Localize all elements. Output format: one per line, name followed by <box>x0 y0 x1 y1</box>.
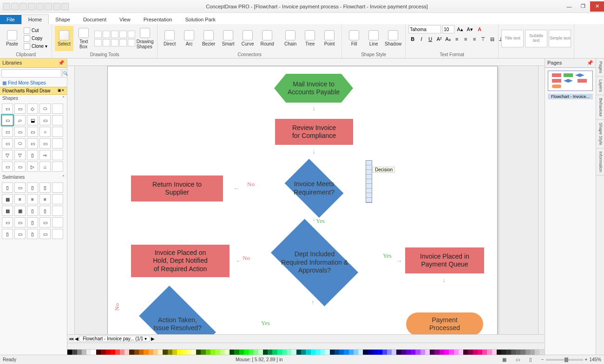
canvas-scroll[interactable]: Mail Invoice to Accounts Payable ↓ Revie… <box>75 66 538 334</box>
pin-icon[interactable]: 📌 <box>58 60 65 66</box>
color-swatch[interactable] <box>291 350 296 355</box>
shapes-section-header[interactable]: Shapes˄ <box>0 95 67 102</box>
tab-shape[interactable]: Shape <box>49 15 77 24</box>
page-tab[interactable]: Flowchart - Invoice pay... (1/1 ▾ <box>79 336 150 342</box>
color-swatch[interactable] <box>82 350 86 355</box>
shape-item[interactable] <box>52 229 63 239</box>
underline-button[interactable]: U <box>426 35 434 43</box>
find-more-shapes-link[interactable]: ▦Find More Shapes <box>0 79 67 87</box>
color-swatch[interactable] <box>358 350 363 355</box>
sidetab-shape-style[interactable]: Shape Style <box>596 120 604 149</box>
smart-button[interactable]: Smart <box>219 26 237 51</box>
color-swatch[interactable] <box>253 350 258 355</box>
color-swatch[interactable] <box>110 350 115 355</box>
color-swatch[interactable] <box>339 350 344 355</box>
color-swatch[interactable] <box>406 350 411 355</box>
color-swatch[interactable] <box>459 350 463 355</box>
color-swatch[interactable] <box>315 350 320 355</box>
color-swatch[interactable] <box>101 350 105 355</box>
color-swatch[interactable] <box>220 350 225 355</box>
shape-item[interactable]: ▯ <box>27 217 38 228</box>
select-button[interactable]: Select <box>55 26 73 51</box>
color-swatch[interactable] <box>306 350 310 355</box>
tab-document[interactable]: Document <box>77 15 113 24</box>
tab-view[interactable]: View <box>113 15 137 24</box>
shape-item[interactable]: ▭ <box>2 104 13 114</box>
shape-item[interactable]: ⬭ <box>14 138 26 149</box>
color-swatch[interactable] <box>363 350 368 355</box>
color-swatch[interactable] <box>139 350 144 355</box>
color-swatch[interactable] <box>187 350 191 355</box>
shape-item[interactable] <box>52 115 63 125</box>
shape-processed[interactable]: Payment Processed <box>406 312 483 334</box>
close-icon[interactable]: ▣✕ <box>58 88 65 93</box>
shape-item[interactable]: ▦ <box>2 206 13 216</box>
color-swatch[interactable] <box>120 350 125 355</box>
tab-presentation[interactable]: Presentation <box>137 15 179 24</box>
color-swatch[interactable] <box>172 350 177 355</box>
color-swatch[interactable] <box>125 350 129 355</box>
color-swatch[interactable] <box>201 350 205 355</box>
color-swatch[interactable] <box>440 350 444 355</box>
color-swatch[interactable] <box>368 350 373 355</box>
color-swatch[interactable] <box>67 350 72 355</box>
italic-button[interactable]: I <box>417 35 426 43</box>
shape-item[interactable]: ▯ <box>39 182 51 193</box>
shape-item[interactable] <box>52 217 63 228</box>
shape-review[interactable]: Review Invoice for Compliance <box>275 119 353 145</box>
smart-shapes-menu[interactable] <box>366 160 372 203</box>
shape-item[interactable] <box>52 127 63 137</box>
color-swatch[interactable] <box>239 350 244 355</box>
color-swatch[interactable] <box>296 350 301 355</box>
paste-button[interactable]: Paste <box>3 26 21 51</box>
shape-item[interactable]: ▭ <box>14 229 26 239</box>
line-button[interactable]: Line <box>364 26 383 51</box>
shape-item[interactable]: ▭ <box>39 115 51 125</box>
color-swatch[interactable] <box>177 350 182 355</box>
shape-tool[interactable] <box>119 39 127 46</box>
shape-item[interactable]: ▭ <box>2 217 13 228</box>
bezier-button[interactable]: Bezier <box>199 26 218 51</box>
arc-button[interactable]: Arc <box>180 26 198 51</box>
zoom-slider[interactable] <box>546 359 583 361</box>
color-swatch[interactable] <box>463 350 468 355</box>
shape-item[interactable]: ▯ <box>27 229 38 239</box>
color-swatch[interactable] <box>268 350 272 355</box>
color-swatch[interactable] <box>144 350 148 355</box>
view-mode-button[interactable]: ▦ <box>502 357 506 362</box>
curve-button[interactable]: Curve <box>238 26 257 51</box>
color-swatch[interactable] <box>158 350 163 355</box>
shape-item[interactable]: ▭ <box>2 138 13 149</box>
pin-icon[interactable]: 📌 <box>587 60 593 66</box>
color-swatch[interactable] <box>449 350 453 355</box>
shape-tool[interactable] <box>94 31 102 38</box>
color-swatch[interactable] <box>506 350 511 355</box>
smart-item[interactable] <box>366 188 372 193</box>
color-swatch[interactable] <box>282 350 287 355</box>
color-swatch[interactable] <box>478 350 482 355</box>
library-search-input[interactable] <box>1 69 61 78</box>
color-swatch[interactable] <box>91 350 96 355</box>
shape-item[interactable]: ⬭ <box>39 104 51 114</box>
shape-item[interactable]: ▱ <box>14 115 26 125</box>
sidetab-behaviour[interactable]: Behaviour <box>596 95 604 120</box>
color-swatch[interactable] <box>96 350 101 355</box>
direct-button[interactable]: Direct <box>160 26 179 51</box>
shape-return[interactable]: Return Invoice to Supplier <box>131 176 223 202</box>
close-button[interactable]: ✕ <box>590 1 604 12</box>
color-swatch[interactable] <box>72 350 77 355</box>
color-swatch[interactable] <box>539 350 544 355</box>
font-size-input[interactable] <box>442 25 454 33</box>
round-button[interactable]: Round <box>258 26 276 51</box>
subscript-button[interactable]: A₂ <box>444 35 452 43</box>
shape-item[interactable] <box>52 104 63 114</box>
color-swatch[interactable] <box>401 350 406 355</box>
color-swatch[interactable] <box>234 350 239 355</box>
color-swatch[interactable] <box>511 350 516 355</box>
maximize-button[interactable]: ❐ <box>576 1 590 12</box>
shape-item[interactable]: ▭ <box>27 127 38 137</box>
qat-btn[interactable] <box>3 3 10 10</box>
color-swatch[interactable] <box>311 350 315 355</box>
color-swatch[interactable] <box>420 350 425 355</box>
color-swatch[interactable] <box>182 350 186 355</box>
